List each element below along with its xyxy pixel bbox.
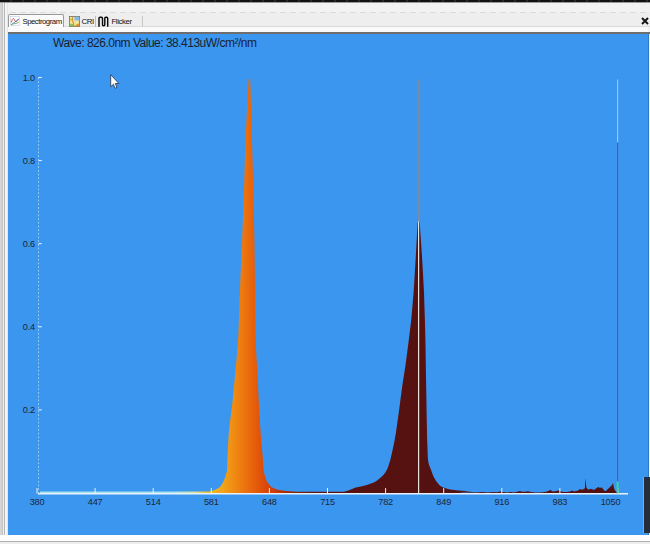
svg-text:0.2: 0.2 <box>23 405 35 415</box>
svg-text:849: 849 <box>436 497 451 507</box>
svg-text:1050: 1050 <box>601 497 621 507</box>
svg-text:983: 983 <box>553 497 568 507</box>
svg-text:0.4: 0.4 <box>23 322 35 332</box>
svg-text:447: 447 <box>88 497 103 507</box>
svg-text:782: 782 <box>378 497 393 507</box>
svg-text:1.0: 1.0 <box>23 72 35 82</box>
svg-text:581: 581 <box>204 497 219 507</box>
svg-text:380: 380 <box>30 497 45 507</box>
svg-text:916: 916 <box>494 497 509 507</box>
svg-text:514: 514 <box>146 497 161 507</box>
svg-text:648: 648 <box>262 497 277 507</box>
svg-text:715: 715 <box>320 497 335 507</box>
svg-text:0.6: 0.6 <box>23 238 35 248</box>
svg-text:0.8: 0.8 <box>23 155 35 165</box>
